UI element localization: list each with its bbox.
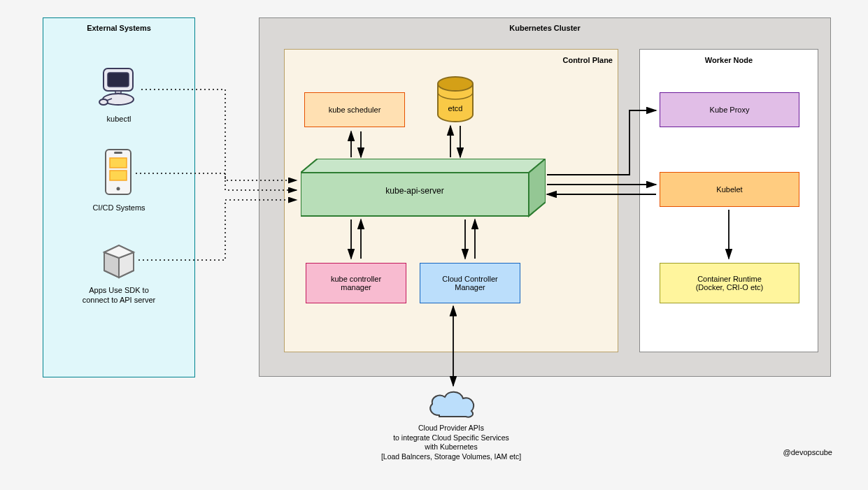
cloud-controller-label: Cloud Controller Manager [442, 275, 497, 291]
control-plane-title: Control Plane [518, 56, 613, 64]
kube-proxy-box: Kube Proxy [660, 92, 799, 127]
kube-scheduler-box: kube scheduler [304, 92, 405, 127]
kube-scheduler-label: kube scheduler [329, 106, 381, 114]
kubelet-label: Kubelet [716, 185, 742, 194]
external-systems-title: External Systems [43, 24, 195, 32]
credit-label: @devopscube [748, 447, 832, 457]
container-runtime-box: Container Runtime (Docker, CRI-O etc) [660, 263, 799, 303]
cloud-icon [425, 387, 478, 419]
svg-rect-7 [110, 158, 127, 168]
controller-manager-label: kube controller manager [331, 275, 381, 291]
etcd-label: etcd [435, 103, 476, 113]
cube-icon [100, 243, 138, 280]
worker-node-title: Worker Node [639, 56, 818, 64]
apps-label: Apps Use SDK to connect to API server [43, 285, 195, 305]
controller-manager-box: kube controller manager [306, 263, 406, 303]
computer-icon [97, 66, 140, 108]
kubelet-box: Kubelet [660, 172, 799, 207]
kube-proxy-label: Kube Proxy [710, 106, 750, 114]
svg-point-9 [117, 187, 120, 191]
kubectl-label: kubectl [43, 114, 195, 124]
svg-marker-17 [301, 159, 546, 173]
cloud-text: Cloud Provider APIs to integrate Cloud S… [350, 424, 553, 462]
api-server-label: kube-api-server [301, 186, 529, 197]
svg-rect-1 [108, 73, 129, 87]
svg-point-15 [438, 77, 473, 91]
cicd-label: CI/CD Systems [43, 203, 195, 212]
etcd-icon [435, 75, 476, 126]
svg-rect-10 [114, 152, 122, 154]
cloud-controller-box: Cloud Controller Manager [420, 263, 520, 303]
cicd-icon [103, 148, 134, 197]
svg-rect-8 [110, 171, 127, 180]
container-runtime-label: Container Runtime (Docker, CRI-O etc) [696, 275, 764, 291]
cluster-title: Kubernetes Cluster [259, 24, 831, 32]
